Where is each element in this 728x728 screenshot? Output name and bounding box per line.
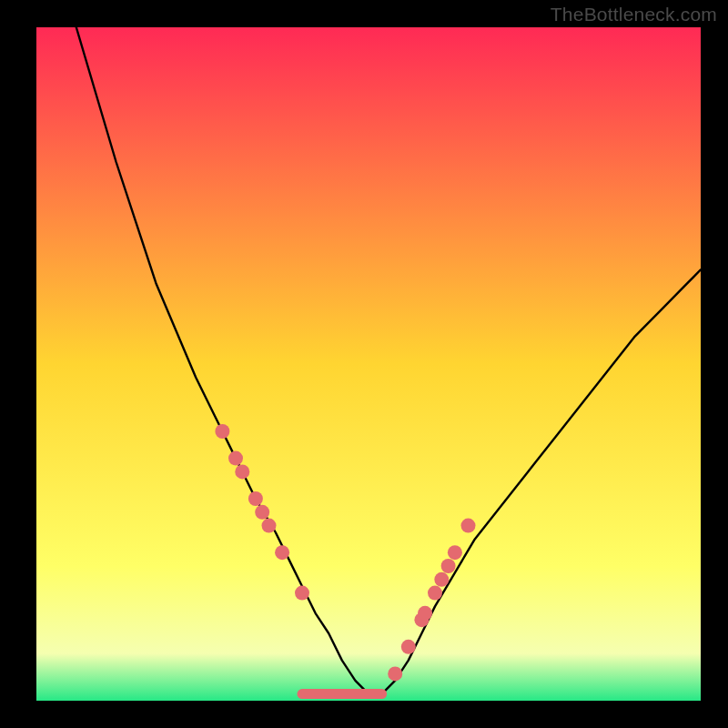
gradient-background [36, 27, 701, 701]
scatter-point [461, 519, 476, 533]
scatter-point [235, 464, 249, 479]
scatter-point [434, 572, 449, 587]
scatter-point [418, 606, 432, 621]
scatter-point [262, 519, 277, 533]
scatter-point [428, 586, 442, 601]
scatter-point [228, 451, 243, 466]
scatter-point [441, 559, 456, 573]
scatter-point [388, 666, 402, 681]
scatter-point [401, 640, 416, 654]
chart-stage: TheBottleneck.com [0, 0, 728, 728]
scatter-point [295, 586, 309, 601]
plot-svg [36, 27, 701, 701]
scatter-point [215, 424, 229, 439]
scatter-point [248, 491, 263, 506]
scatter-point [275, 545, 289, 560]
plot-area [36, 27, 701, 701]
scatter-point [448, 545, 462, 560]
scatter-point [255, 505, 269, 520]
watermark-label: TheBottleneck.com [551, 4, 717, 25]
